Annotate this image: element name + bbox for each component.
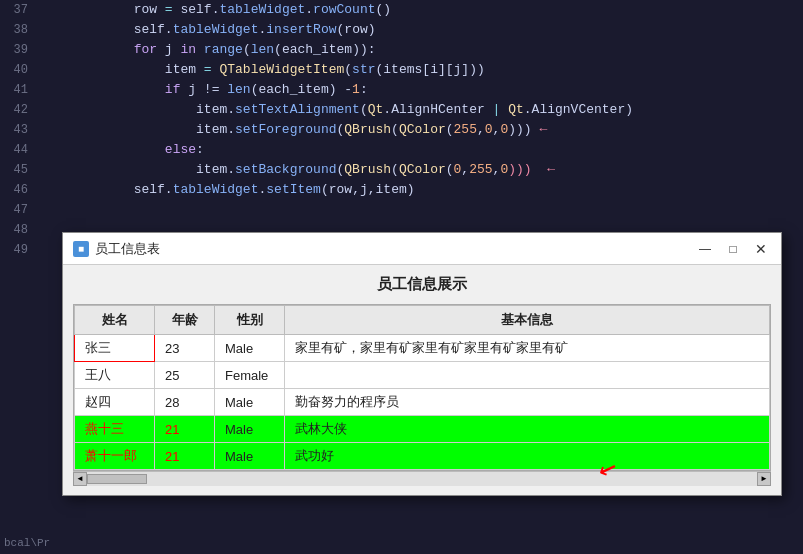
code-token: [40, 62, 165, 77]
code-line: 43 item.setForeground(QBrush(QColor(255,…: [0, 120, 803, 140]
code-token: [40, 2, 134, 17]
code-token: (: [321, 182, 329, 197]
code-token: (: [446, 162, 454, 177]
scroll-right-button[interactable]: ►: [757, 472, 771, 486]
line-content: else:: [36, 140, 803, 160]
line-content: row = self.tableWidget.rowCount(): [36, 0, 803, 20]
code-token: :: [360, 82, 368, 97]
code-token: ,: [477, 122, 485, 137]
code-token: |: [485, 102, 508, 117]
code-token: ))): [508, 122, 531, 137]
code-token: row: [344, 22, 367, 37]
code-line: 44 else:: [0, 140, 803, 160]
code-token: Qt: [368, 102, 384, 117]
code-token: (: [391, 122, 399, 137]
cell-age: 23: [155, 335, 215, 362]
code-token: Qt: [508, 102, 524, 117]
table-row: 燕十三21Male武林大侠: [75, 416, 770, 443]
code-token: each_item: [258, 82, 328, 97]
table-row: 赵四28Male勤奋努力的程序员: [75, 389, 770, 416]
code-token: [40, 102, 196, 117]
code-token: .: [227, 162, 235, 177]
cell-age: 25: [155, 362, 215, 389]
code-token: insertRow: [266, 22, 336, 37]
table-header-row: 姓名 年龄 性别 基本信息: [75, 306, 770, 335]
col-header-info: 基本信息: [285, 306, 770, 335]
code-line: 47: [0, 200, 803, 220]
line-content: item.setBackground(QBrush(QColor(0,255,0…: [36, 160, 803, 180]
code-token: (: [243, 42, 251, 57]
code-token: ←: [532, 122, 548, 137]
code-line: 37 row = self.tableWidget.rowCount(): [0, 0, 803, 20]
code-line: 42 item.setTextAlignment(Qt.AlignHCenter…: [0, 100, 803, 120]
code-token: tableWidget: [173, 22, 259, 37]
maximize-button[interactable]: □: [723, 239, 743, 259]
horizontal-scrollbar[interactable]: ◄ ►: [73, 471, 771, 485]
scroll-left-button[interactable]: ◄: [73, 472, 87, 486]
code-token: each_item: [282, 42, 352, 57]
table-row: 王八25Female: [75, 362, 770, 389]
code-token: QTableWidgetItem: [219, 62, 344, 77]
scrollbar-track[interactable]: [87, 472, 757, 486]
code-line: 45 item.setBackground(QBrush(QColor(0,25…: [0, 160, 803, 180]
code-token: setForeground: [235, 122, 336, 137]
statusbar: bcal\Pr: [0, 532, 803, 554]
line-content: if j != len(each_item) -1:: [36, 80, 803, 100]
code-token: setBackground: [235, 162, 336, 177]
cell-gender: Male: [215, 335, 285, 362]
cell-info: 武林大侠: [285, 416, 770, 443]
line-content: self.tableWidget.setItem(row,j,item): [36, 180, 803, 200]
code-token: (: [360, 102, 368, 117]
col-header-name: 姓名: [75, 306, 155, 335]
cell-gender: Male: [215, 389, 285, 416]
dialog-heading: 员工信息展示: [73, 275, 771, 294]
code-token: items: [383, 62, 422, 77]
code-token: self: [134, 22, 165, 37]
line-number: 43: [0, 120, 36, 140]
minimize-button[interactable]: —: [695, 239, 715, 259]
cell-age: 28: [155, 389, 215, 416]
close-button[interactable]: ✕: [751, 239, 771, 259]
code-token: item: [165, 62, 196, 77]
code-token: j: [157, 42, 180, 57]
code-line: 38 self.tableWidget.insertRow(row): [0, 20, 803, 40]
code-token: item: [196, 122, 227, 137]
code-line: 39 for j in range(len(each_item)):: [0, 40, 803, 60]
code-token: [40, 182, 134, 197]
line-number: 44: [0, 140, 36, 160]
code-token: (: [274, 42, 282, 57]
line-number: 41: [0, 80, 36, 100]
dialog-window-controls[interactable]: — □ ✕: [695, 239, 771, 259]
dialog-body: 员工信息展示 姓名 年龄 性别 基本信息 张三23Male家里有矿，家里有矿家里…: [63, 265, 781, 495]
code-token: .: [305, 2, 313, 17]
code-token: .: [165, 182, 173, 197]
cell-info: 家里有矿，家里有矿家里有矿家里有矿家里有矿: [285, 335, 770, 362]
code-token: len: [227, 82, 250, 97]
cell-info: 勤奋努力的程序员: [285, 389, 770, 416]
code-token: QColor: [399, 122, 446, 137]
code-line: 40 item = QTableWidgetItem(str(items[i][…: [0, 60, 803, 80]
code-token: ): [368, 22, 376, 37]
code-token: [40, 122, 196, 137]
code-token: range: [204, 42, 243, 57]
code-token: [196, 42, 204, 57]
code-token: len: [251, 42, 274, 57]
scrollbar-thumb[interactable]: [87, 474, 147, 484]
code-token: tableWidget: [219, 2, 305, 17]
code-token: QBrush: [344, 162, 391, 177]
dialog-window: ■ 员工信息表 — □ ✕ 员工信息展示 姓名 年龄 性别 基本信息 张三23M…: [62, 232, 782, 496]
line-number: 37: [0, 0, 36, 20]
code-token: else: [165, 142, 196, 157]
code-token: ): [625, 102, 633, 117]
code-token: in: [180, 42, 196, 57]
code-token: str: [352, 62, 375, 77]
code-token: 255: [454, 122, 477, 137]
code-token: =: [157, 2, 180, 17]
code-token: rowCount: [313, 2, 375, 17]
code-token: row: [134, 2, 157, 17]
cell-name: 燕十三: [75, 416, 155, 443]
code-token: AlignVCenter: [532, 102, 626, 117]
code-token: item: [376, 182, 407, 197]
code-token: .: [165, 22, 173, 37]
line-number: 48: [0, 220, 36, 240]
